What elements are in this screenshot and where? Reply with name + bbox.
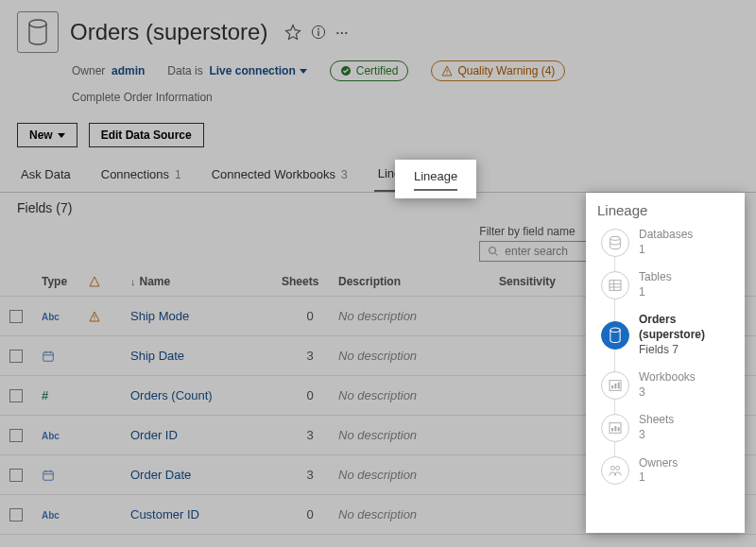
field-type-icon: Abc <box>42 428 89 442</box>
field-name-link[interactable]: Order ID <box>130 428 282 442</box>
lineage-item[interactable]: Sheets 3 <box>601 413 733 442</box>
lineage-item[interactable]: Tables 1 <box>601 270 733 299</box>
row-checkbox[interactable] <box>9 429 23 442</box>
lineage-node-icon <box>601 371 629 400</box>
svg-rect-11 <box>43 351 54 360</box>
new-button[interactable]: New <box>17 123 77 147</box>
info-icon[interactable] <box>311 25 326 40</box>
lineage-node-label: Workbooks <box>639 370 696 385</box>
svg-point-33 <box>610 466 614 470</box>
edit-data-source-button[interactable]: Edit Data Source <box>89 123 204 147</box>
field-name-link[interactable]: Ship Date <box>130 349 282 363</box>
owner-meta: Owner admin <box>72 64 145 77</box>
field-description: No description <box>338 349 499 363</box>
certified-badge[interactable]: Certified <box>330 60 409 81</box>
col-sheets[interactable]: Sheets <box>282 275 338 288</box>
lineage-node-icon <box>601 229 629 257</box>
field-description: No description <box>338 428 499 442</box>
lineage-node-label: Owners <box>639 456 678 471</box>
lineage-item[interactable]: Orders (superstore) Fields 7 <box>601 313 733 357</box>
field-sheets-count: 0 <box>282 309 338 323</box>
field-sheets-count: 3 <box>282 349 338 363</box>
lineage-node-icon <box>601 321 629 350</box>
svg-point-24 <box>610 328 620 333</box>
svg-rect-10 <box>94 318 95 319</box>
svg-rect-31 <box>614 426 616 431</box>
lineage-node-count: 3 <box>639 385 696 401</box>
lineage-node-count: 1 <box>639 243 693 258</box>
lineage-node-label: Orders (superstore) <box>639 313 733 342</box>
field-type-icon: Abc <box>42 309 89 323</box>
lineage-node-label: Databases <box>639 228 693 243</box>
col-warn-icon[interactable] <box>89 276 130 287</box>
field-sheets-count: 3 <box>282 468 338 482</box>
svg-rect-9 <box>94 315 95 317</box>
field-description: No description <box>338 468 499 482</box>
svg-rect-6 <box>447 74 448 75</box>
field-description: No description <box>338 309 499 323</box>
tab-connected-workbooks[interactable]: Connected Workbooks3 <box>208 161 352 192</box>
col-sensitivity[interactable]: Sensitivity <box>499 275 584 288</box>
row-checkbox[interactable] <box>9 350 23 363</box>
field-name-link[interactable]: Order Date <box>130 468 282 482</box>
lineage-panel-title: Lineage <box>597 202 733 218</box>
svg-point-7 <box>490 248 496 254</box>
tab-lineage-highlight[interactable]: Lineage <box>395 160 476 198</box>
lineage-node-icon <box>601 456 629 485</box>
svg-line-8 <box>495 253 498 256</box>
lineage-item[interactable]: Databases 1 <box>601 228 733 257</box>
lineage-node-count: 1 <box>639 470 678 486</box>
svg-point-2 <box>318 28 320 30</box>
svg-rect-15 <box>43 470 54 479</box>
field-type-icon: Abc <box>42 507 89 521</box>
field-warning-icon <box>89 311 130 322</box>
field-sheets-count: 0 <box>282 388 338 402</box>
field-type-icon <box>42 469 89 482</box>
favorite-star-icon[interactable] <box>284 24 301 41</box>
lineage-node-count: Fields 7 <box>639 343 733 358</box>
row-checkbox[interactable] <box>9 508 23 521</box>
svg-rect-3 <box>318 31 319 36</box>
field-sheets-count: 0 <box>282 507 338 521</box>
svg-point-0 <box>29 20 46 27</box>
svg-point-34 <box>616 466 620 470</box>
svg-rect-28 <box>618 382 620 388</box>
col-type[interactable]: Type <box>42 275 89 288</box>
field-sheets-count: 3 <box>282 428 338 442</box>
lineage-node-count: 3 <box>639 428 674 443</box>
field-type-icon: # <box>42 388 89 402</box>
field-name-link[interactable]: Orders (Count) <box>130 388 282 402</box>
svg-rect-26 <box>611 385 613 388</box>
row-checkbox[interactable] <box>9 310 23 323</box>
lineage-node-icon <box>601 414 629 442</box>
lineage-node-icon <box>601 271 629 299</box>
field-type-icon <box>42 350 89 363</box>
more-icon[interactable]: ··· <box>335 26 349 40</box>
lineage-node-count: 1 <box>639 285 672 300</box>
page-title: Orders (superstore) <box>70 19 267 45</box>
lineage-node-label: Sheets <box>639 413 674 428</box>
lineage-node-label: Tables <box>639 270 672 285</box>
svg-rect-27 <box>614 384 616 388</box>
svg-rect-5 <box>447 70 448 73</box>
data-is-meta[interactable]: Data is Live connection <box>167 64 306 77</box>
svg-point-19 <box>610 236 621 240</box>
row-checkbox[interactable] <box>9 469 23 482</box>
table-row[interactable]: # Address ID 3 No description <box>0 534 756 547</box>
field-description: No description <box>338 507 499 521</box>
svg-rect-20 <box>610 280 621 290</box>
search-icon <box>488 246 499 257</box>
col-description[interactable]: Description <box>338 275 499 288</box>
tab-ask-data[interactable]: Ask Data <box>17 161 75 192</box>
lineage-item[interactable]: Workbooks 3 <box>601 370 733 400</box>
quality-warning-badge[interactable]: Quality Warning (4) <box>431 60 565 81</box>
svg-rect-30 <box>611 428 613 431</box>
lineage-item[interactable]: Owners 1 <box>601 456 733 486</box>
field-name-link[interactable]: Customer ID <box>130 507 282 521</box>
field-name-link[interactable]: Ship Mode <box>130 309 282 323</box>
svg-rect-32 <box>618 427 620 431</box>
row-checkbox[interactable] <box>9 389 23 402</box>
datasource-icon <box>17 11 59 53</box>
col-name[interactable]: ↓Name <box>130 275 282 288</box>
tab-connections[interactable]: Connections1 <box>97 161 185 192</box>
